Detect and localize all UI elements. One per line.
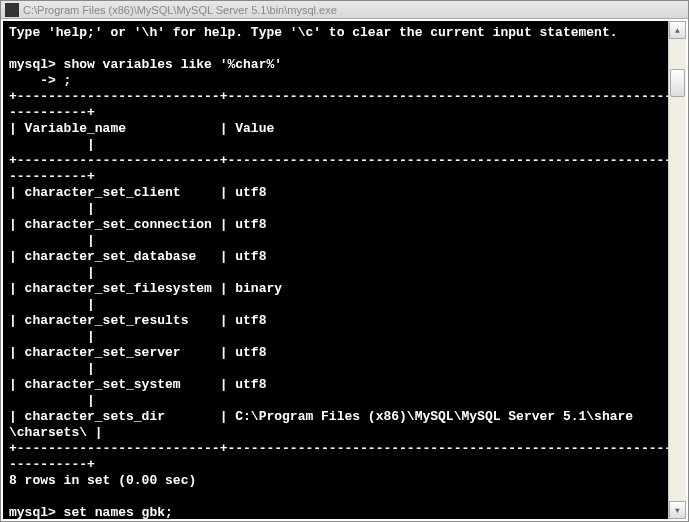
scroll-track[interactable]: [669, 39, 686, 501]
terminal[interactable]: Type 'help;' or '\h' for help. Type '\c'…: [3, 21, 668, 519]
scroll-up-button[interactable]: ▲: [669, 21, 686, 39]
window-title: C:\Program Files (x86)\MySQL\MySQL Serve…: [23, 4, 337, 16]
window-frame: C:\Program Files (x86)\MySQL\MySQL Serve…: [0, 0, 689, 522]
scroll-thumb[interactable]: [670, 69, 685, 97]
scrollbar[interactable]: ▲ ▼: [668, 21, 686, 519]
title-bar: C:\Program Files (x86)\MySQL\MySQL Serve…: [1, 1, 688, 19]
terminal-wrapper: Type 'help;' or '\h' for help. Type '\c'…: [1, 19, 688, 521]
scroll-down-button[interactable]: ▼: [669, 501, 686, 519]
app-icon: [5, 3, 19, 17]
